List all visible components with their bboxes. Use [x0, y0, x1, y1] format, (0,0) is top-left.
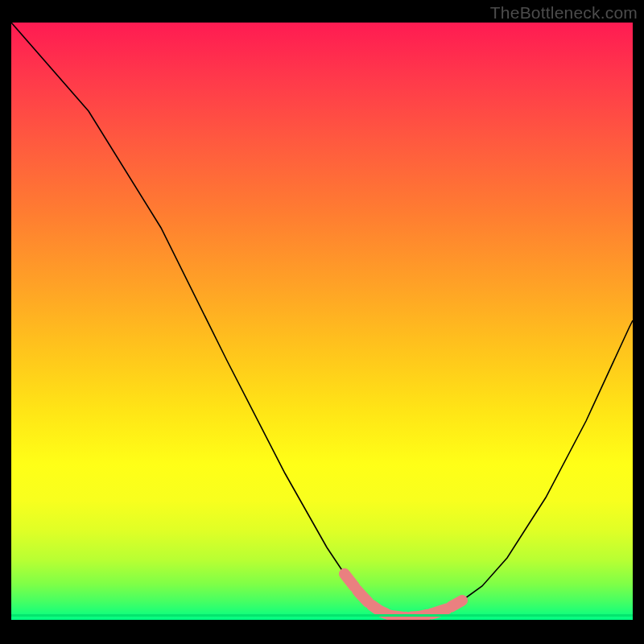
- watermark-text: TheBottleneck.com: [490, 3, 638, 23]
- plot-area: [11, 23, 633, 620]
- chart-frame: [11, 23, 633, 644]
- bottleneck-curve: [11, 23, 633, 617]
- chart-svg: [11, 23, 633, 620]
- bottom-margin: [11, 620, 633, 644]
- baseline-band: [11, 614, 633, 617]
- optimal-range-highlight: [345, 574, 462, 617]
